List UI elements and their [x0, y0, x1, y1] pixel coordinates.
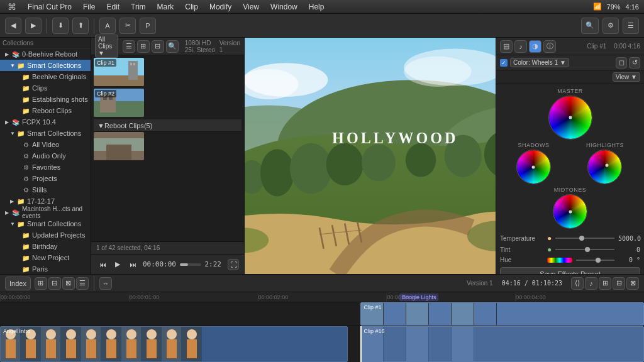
menu-mark[interactable]: Mark — [155, 3, 177, 11]
sidebar-item-beehive-originals[interactable]: 📁 Beehive Originals — [0, 71, 91, 82]
timeline-playhead[interactable] — [360, 326, 362, 362]
folder-icon: 📁 — [21, 265, 30, 273]
menu-view[interactable]: View — [240, 3, 262, 11]
share-button[interactable]: ⬆ — [72, 18, 89, 34]
sidebar-item-stills[interactable]: ⚙ Stills — [0, 184, 91, 195]
menu-app[interactable]: Final Cut Pro — [25, 3, 74, 11]
progress-bar[interactable] — [180, 263, 201, 266]
timeline-clip-3[interactable]: Clip #16 — [360, 326, 644, 362]
view-filmstrip-btn[interactable]: ⊟ — [152, 40, 164, 53]
timeline-view-btn-2[interactable]: ⊟ — [48, 277, 61, 290]
effect-hide-btn[interactable]: ◻ — [616, 57, 627, 69]
effect-dropdown[interactable]: Color: Wheels 1 ▼ — [510, 58, 569, 67]
position-tool[interactable]: P — [140, 18, 156, 34]
midtones-color-wheel[interactable] — [553, 194, 587, 229]
svg-point-21 — [326, 143, 364, 185]
trim-tool[interactable]: ✂ — [119, 18, 136, 34]
main-layout: Collections ▶ 📚 0-Beehive Reboot ▼ 📁 Sma… — [0, 38, 644, 274]
hue-slider[interactable] — [576, 260, 614, 261]
timeline-clip-1[interactable]: Clip #1 — [360, 302, 644, 326]
timeline-clip-2[interactable]: Angel Intro — [0, 326, 348, 362]
save-preset-button[interactable]: Save Effects Preset — [500, 267, 640, 274]
search-browser-btn[interactable]: 🔍 — [166, 40, 179, 53]
index-button[interactable]: Index — [5, 277, 31, 290]
sidebar-label: New Project — [32, 254, 69, 261]
timeline-btn-3[interactable]: ⊞ — [599, 277, 611, 290]
timeline-btn-2[interactable]: ♪ — [585, 277, 597, 290]
sidebar-item-projects[interactable]: ⚙ Projects — [0, 173, 91, 184]
redo-button[interactable]: ▶ — [25, 18, 42, 34]
inspector-color-btn[interactable]: ◑ — [529, 40, 541, 53]
timeline-btn-4[interactable]: ⊟ — [613, 277, 625, 290]
inspector-info-btn[interactable]: ⓘ — [543, 40, 556, 53]
list-item[interactable]: Clip #1 — [94, 58, 242, 86]
menu-modify[interactable]: Modify — [207, 3, 234, 11]
select-tool[interactable]: A — [99, 18, 116, 34]
master-color-wheel[interactable] — [548, 96, 592, 140]
sidebar-label: Projects — [32, 175, 57, 182]
sidebar-item-smart-collections-1[interactable]: ▼ 📁 Smart Collections — [0, 60, 91, 71]
apple-menu[interactable]: ⌘ — [5, 2, 19, 12]
inspector-video-btn[interactable]: ▤ — [500, 40, 513, 53]
timeline-view-btn-1[interactable]: ⊞ — [35, 277, 47, 290]
search-button[interactable]: 🔍 — [581, 18, 599, 34]
preview-panel: HOLLYWOOD — [245, 38, 496, 274]
sidebar-item-new-project[interactable]: 📁 New Project — [0, 252, 91, 263]
filmstrip-1 — [361, 303, 643, 325]
filter-dropdown[interactable]: All Clips ▼ — [95, 35, 118, 58]
shadows-color-wheel[interactable] — [516, 150, 551, 184]
timeline-btn-1[interactable]: ⟨⟩ — [571, 277, 584, 290]
sidebar-item-birthday[interactable]: 📁 Birthday — [0, 241, 91, 252]
menu-edit[interactable]: Edit — [104, 3, 122, 11]
sidebar-item-updated-projects[interactable]: 📁 Updated Projects — [0, 229, 91, 241]
effects-button[interactable]: ☰ — [623, 18, 639, 34]
svg-point-42 — [404, 57, 471, 87]
effect-checkbox[interactable]: ✓ — [500, 59, 508, 67]
sidebar-item-paris[interactable]: 📁 Paris — [0, 263, 91, 274]
sidebar-item-beehive[interactable]: ▶ 📚 0-Beehive Reboot — [0, 48, 91, 60]
tint-slider[interactable] — [555, 249, 614, 250]
sidebar-item-all-video[interactable]: ⚙ All Video — [0, 139, 91, 150]
skip-forward-button[interactable]: ⏭ — [126, 258, 139, 271]
sidebar-item-clips[interactable]: 📁 Clips — [0, 82, 91, 94]
temperature-slider[interactable] — [555, 238, 614, 239]
clip-timecode: 0:00 4:16 — [614, 43, 640, 50]
sidebar-item-favorites[interactable]: ⚙ Favorites — [0, 162, 91, 173]
sidebar-item-fcpx[interactable]: ▶ 📚 FCPX 10.4 — [0, 116, 91, 128]
view-dropdown[interactable]: View ▼ — [613, 72, 640, 82]
timeline-view-btn-4[interactable]: ☰ — [76, 277, 89, 290]
folder-icon: 📁 — [21, 95, 30, 104]
undo-button[interactable]: ◀ — [5, 18, 21, 34]
menu-clip[interactable]: Clip — [182, 3, 201, 11]
sidebar-item-macintosh[interactable]: ▶ 📚 Macintosh H...cts and events — [0, 207, 91, 218]
timeline-btn-5[interactable]: ⊠ — [626, 277, 639, 290]
list-item[interactable]: Clip #2 — [94, 89, 242, 117]
inspector-audio-btn[interactable]: ♪ — [514, 40, 527, 53]
ruler-time-1: 00:00:01:00 — [130, 294, 160, 300]
fullscreen-button[interactable]: ⛶ — [228, 259, 239, 270]
play-button[interactable]: ▶ — [111, 258, 124, 271]
sidebar-item-establishing[interactable]: 📁 Establishing shots — [0, 94, 91, 105]
menu-window[interactable]: Window — [268, 3, 300, 11]
sidebar-item-smart-collections-2[interactable]: ▼ 📁 Smart Collections — [0, 128, 91, 139]
view-list-btn[interactable]: ☰ — [123, 40, 135, 53]
import-button[interactable]: ⬇ — [52, 18, 69, 34]
filter-icon: ⚙ — [21, 174, 30, 183]
menu-trim[interactable]: Trim — [128, 3, 148, 11]
timeline-view-btn-3[interactable]: ⊠ — [62, 277, 75, 290]
folder-icon: 📁 — [21, 84, 30, 92]
menu-file[interactable]: File — [80, 3, 97, 11]
effect-reset-btn[interactable]: ↺ — [629, 57, 640, 69]
sidebar-item-smart-collections-3[interactable]: ▼ 📁 Smart Collections — [0, 218, 91, 229]
timeline-snap-btn[interactable]: ↔ — [99, 277, 112, 290]
inspector-button[interactable]: ⚙ — [602, 18, 619, 34]
list-item[interactable] — [94, 132, 242, 160]
sidebar-item-audio-only[interactable]: ⚙ Audio Only — [0, 150, 91, 162]
menu-help[interactable]: Help — [306, 3, 327, 11]
svg-rect-52 — [86, 339, 96, 358]
view-grid-btn[interactable]: ⊞ — [137, 40, 150, 53]
section-header-reboot[interactable]: ▼ Reboot Clips (5) — [94, 119, 242, 132]
highlights-color-wheel[interactable] — [587, 150, 622, 184]
skip-back-button[interactable]: ⏮ — [96, 258, 109, 271]
sidebar-item-reboot-clips[interactable]: 📁 Reboot Clips — [0, 105, 91, 116]
